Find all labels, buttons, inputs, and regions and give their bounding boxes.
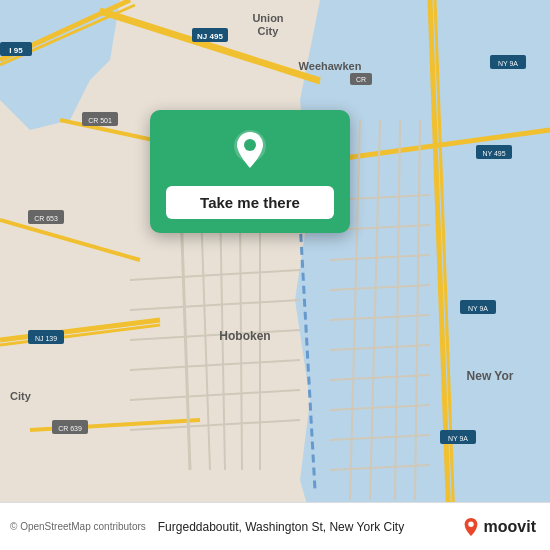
map-attribution: © OpenStreetMap contributors bbox=[10, 521, 146, 532]
svg-text:City: City bbox=[10, 390, 32, 402]
svg-text:City: City bbox=[258, 25, 280, 37]
svg-text:NJ 139: NJ 139 bbox=[35, 335, 57, 342]
svg-text:NY 495: NY 495 bbox=[482, 150, 505, 157]
svg-text:Hoboken: Hoboken bbox=[219, 329, 270, 343]
map-container: I 95 NJ 495 CR 501 CR 653 NJ 139 CR 639 … bbox=[0, 0, 550, 550]
svg-text:CR 653: CR 653 bbox=[34, 215, 58, 222]
svg-text:I 95: I 95 bbox=[9, 46, 23, 55]
popup-card: Take me there bbox=[150, 110, 350, 233]
svg-text:CR 501: CR 501 bbox=[88, 117, 112, 124]
svg-text:CR: CR bbox=[356, 76, 366, 83]
bottom-bar: © OpenStreetMap contributors Furgeddabou… bbox=[0, 502, 550, 550]
moovit-logo: moovit bbox=[462, 517, 536, 537]
svg-text:New Yor: New Yor bbox=[467, 369, 514, 383]
svg-text:Weehawken: Weehawken bbox=[299, 60, 362, 72]
svg-text:CR 639: CR 639 bbox=[58, 425, 82, 432]
svg-point-71 bbox=[244, 139, 256, 151]
svg-text:Union: Union bbox=[252, 12, 283, 24]
moovit-brand-label: moovit bbox=[484, 518, 536, 536]
svg-text:NY 9A: NY 9A bbox=[468, 305, 488, 312]
svg-text:NY 9A: NY 9A bbox=[448, 435, 468, 442]
svg-text:NY 9A: NY 9A bbox=[498, 60, 518, 67]
location-label: Furgeddaboutit, Washington St, New York … bbox=[158, 520, 462, 534]
location-pin-icon bbox=[227, 128, 273, 174]
svg-marker-1 bbox=[295, 0, 550, 550]
moovit-pin-icon bbox=[462, 517, 480, 537]
take-me-there-button[interactable]: Take me there bbox=[166, 186, 334, 219]
svg-point-72 bbox=[468, 521, 473, 526]
svg-text:NJ 495: NJ 495 bbox=[197, 32, 223, 41]
